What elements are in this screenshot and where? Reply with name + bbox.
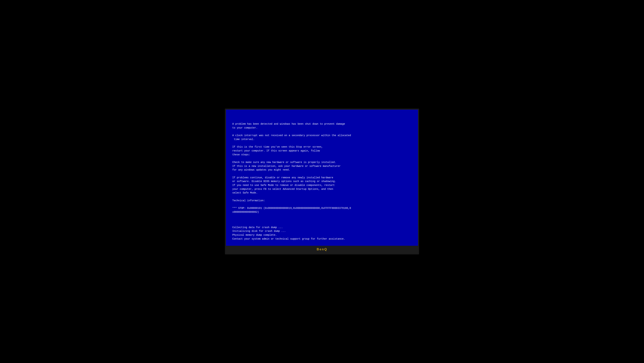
bsod-text-line: Physical memory dump complete.: [232, 233, 412, 237]
bsod-text-line: If problems continue, disable or remove …: [232, 176, 412, 180]
bsod-text-line: [232, 202, 412, 206]
bsod-screen: A problem has been detected and windows …: [226, 110, 418, 246]
bsod-text-line: Initializing disk for crash dump ...: [232, 229, 412, 233]
monitor-bottom-bar: BenQ: [226, 246, 418, 253]
bsod-text-line: [232, 222, 412, 226]
bsod-text-line: these steps:: [232, 153, 412, 157]
brand-label: BenQ: [317, 248, 327, 251]
bsod-text-line: Contact your system admin or technical s…: [232, 237, 412, 241]
bsod-text-line: select Safe Mode.: [232, 191, 412, 195]
bsod-text-line: x0000000000000002): [232, 210, 412, 214]
bsod-text-line: A problem has been detected and windows …: [232, 122, 412, 126]
bsod-text-line: [232, 141, 412, 145]
bsod-text-line: Check to make sure any new hardware or s…: [232, 160, 412, 164]
bsod-text-line: [232, 195, 412, 199]
bsod-text-line: time interval.: [232, 138, 412, 142]
monitor: A problem has been detected and windows …: [225, 108, 419, 254]
bsod-text-line: [232, 214, 412, 218]
bsod-text-line: If you need to use Safe Mode to remove o…: [232, 184, 412, 187]
bsod-text-line: for any windows updates you might need.: [232, 168, 412, 172]
bsod-text-line: [232, 156, 412, 160]
bsod-text-line: your computer, press F8 to select Advanc…: [232, 187, 412, 191]
bsod-text-line: If this is the first time you've seen th…: [232, 145, 412, 149]
bsod-text-line: [232, 218, 412, 222]
bsod-text-line: or software. Disable BIOS memory options…: [232, 180, 412, 184]
bsod-text-line: Collecting data for crash dump ...: [232, 226, 412, 230]
bsod-text-line: If this is a new installation, ask your …: [232, 164, 412, 168]
bsod-text-line: [232, 130, 412, 134]
bsod-text-line: A clock interrupt was not received on a …: [232, 134, 412, 138]
bsod-text-line: *** STOP: 0x00000101 (0x0000000000000019…: [232, 206, 412, 210]
bsod-text-line: Technical information:: [232, 199, 412, 203]
bsod-text-line: restart your computer. If this screen ap…: [232, 149, 412, 153]
bsod-text-line: to your computer.: [232, 126, 412, 130]
bsod-text-line: [232, 172, 412, 176]
